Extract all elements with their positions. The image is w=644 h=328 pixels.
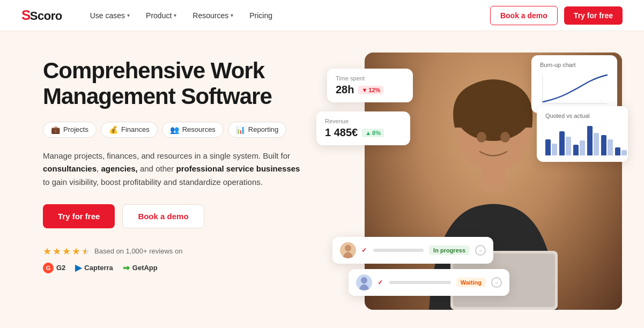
book-demo-nav-button[interactable]: Book a demo [490, 6, 558, 25]
bar-group-4 [587, 126, 599, 155]
pill-resources[interactable]: 👥 Resources [162, 122, 224, 138]
quoted-title: Quoted vs actual [545, 113, 619, 119]
avatar-1 [340, 242, 356, 258]
avatar-2 [356, 274, 372, 290]
time-change-badge: ▼ 12% [358, 86, 383, 94]
nav-use-cases[interactable]: Use cases ▾ [84, 8, 136, 23]
bar-dark-4 [587, 126, 593, 155]
capterra-platform[interactable]: ▶ Capterra [75, 263, 113, 273]
review-text: Based on 1,000+ reviews on [94, 247, 182, 255]
nav-product[interactable]: Product ▾ [139, 8, 183, 23]
pill-projects[interactable]: 💼 Projects [43, 122, 97, 138]
hero-left: Comprehensive Work Management Software 💼… [43, 53, 332, 273]
try-free-nav-button[interactable]: Try for free [564, 6, 623, 25]
quoted-vs-actual-card: Quoted vs actual [537, 106, 628, 162]
try-free-hero-button[interactable]: Try for free [43, 204, 115, 228]
revenue-change-badge: ▲ 8% [362, 129, 384, 137]
pill-finances[interactable]: 💰 Finances [101, 122, 158, 138]
revenue-value: 1 485€ ▲ 8% [325, 126, 402, 139]
burnup-title: Burn-up chart [540, 62, 609, 68]
revenue-label: Revenue [325, 118, 402, 124]
chevron-down-icon: ▾ [174, 12, 176, 18]
getapp-icon: ⇒ [123, 263, 130, 273]
hero-section: Comprehensive Work Management Software 💼… [0, 31, 644, 328]
bar-light-5 [608, 139, 613, 155]
revenue-card: Revenue 1 485€ ▲ 8% [316, 111, 410, 145]
nav-resources[interactable]: Resources ▾ [186, 8, 240, 23]
circle-check-1: ○ [475, 245, 486, 256]
status-line-2 [389, 281, 451, 284]
svg-point-9 [345, 245, 351, 251]
bar-light-6 [621, 150, 627, 155]
bar-group-2 [559, 131, 571, 155]
star-rating: ★ ★ ★ ★ ★★ [43, 245, 90, 257]
pill-reporting[interactable]: 📊 Reporting [228, 122, 286, 138]
bar-group-6 [615, 147, 627, 155]
star-4: ★ [72, 245, 80, 257]
nav-links: Use cases ▾ Product ▾ Resources ▾ Pricin… [84, 8, 490, 23]
chevron-down-icon: ▾ [127, 12, 130, 18]
circle-check-2: ○ [491, 277, 502, 288]
status-inprogress-card: ✓ In progress ○ [332, 237, 493, 264]
stars-row: ★ ★ ★ ★ ★★ Based on 1,000+ reviews on [43, 245, 332, 257]
hero-description: Manage projects, finances, and resources… [43, 150, 300, 189]
svg-point-3 [477, 132, 486, 143]
time-spent-card: Time spent 28h ▼ 12% [327, 69, 413, 102]
star-2: ★ [53, 245, 61, 257]
chevron-down-icon: ▾ [231, 12, 233, 18]
book-demo-hero-button[interactable]: Book a demo [122, 204, 204, 228]
g2-icon: G [43, 263, 54, 273]
g2-platform[interactable]: G G2 [43, 263, 65, 273]
hero-right: Burn-up chart Quoted vs actual [343, 53, 612, 328]
arrow-down-icon: ▼ [361, 87, 367, 93]
check-icon-1: ✓ [361, 247, 367, 254]
hero-title: Comprehensive Work Management Software [43, 58, 332, 110]
bar-light-2 [566, 137, 571, 155]
bar-group-1 [545, 139, 557, 155]
star-3: ★ [62, 245, 71, 257]
star-1: ★ [43, 245, 51, 257]
star-5-half: ★★ [82, 245, 90, 257]
bar-dark-6 [615, 147, 620, 155]
bar-chart [545, 123, 619, 155]
people-icon: 👥 [170, 125, 179, 134]
bar-dark-2 [559, 131, 565, 155]
bar-group-3 [573, 140, 585, 155]
svg-rect-2 [482, 168, 505, 192]
bar-group-5 [601, 135, 613, 155]
nav-actions: Book a demo Try for free [490, 6, 623, 25]
bar-dark-5 [601, 135, 606, 155]
getapp-platform[interactable]: ⇒ GetApp [123, 263, 158, 273]
svg-point-4 [500, 132, 510, 143]
chart-icon: 📊 [236, 125, 245, 134]
status-waiting-card: ✓ Waiting ○ [349, 269, 509, 296]
bar-light-4 [594, 133, 599, 155]
bar-dark-1 [545, 139, 551, 155]
money-icon: 💰 [109, 125, 118, 134]
status-line-1 [373, 249, 424, 252]
bar-dark-3 [573, 145, 579, 155]
arrow-up-icon: ▲ [365, 130, 371, 136]
review-platforms: G G2 ▶ Capterra ⇒ GetApp [43, 263, 332, 273]
capterra-icon: ▶ [75, 263, 82, 273]
navbar: SScoro Use cases ▾ Product ▾ Resources ▾… [0, 0, 644, 31]
bar-light-1 [552, 144, 557, 155]
time-label: Time spent [336, 75, 404, 81]
hero-buttons: Try for free Book a demo [43, 204, 332, 228]
social-proof: ★ ★ ★ ★ ★★ Based on 1,000+ reviews on G … [43, 245, 332, 273]
bar-light-3 [580, 140, 585, 155]
time-value: 28h ▼ 12% [336, 84, 404, 96]
burnup-chart-svg [540, 72, 610, 105]
inprogress-badge: In progress [429, 245, 470, 255]
check-icon-2: ✓ [377, 279, 383, 286]
burnup-chart-card: Burn-up chart [531, 55, 617, 113]
feature-pills: 💼 Projects 💰 Finances 👥 Resources 📊 Repo… [43, 122, 332, 138]
nav-pricing[interactable]: Pricing [243, 8, 279, 23]
briefcase-icon: 💼 [51, 125, 60, 134]
svg-point-10 [361, 277, 367, 284]
waiting-badge: Waiting [456, 278, 486, 287]
logo[interactable]: SScoro [21, 7, 62, 24]
